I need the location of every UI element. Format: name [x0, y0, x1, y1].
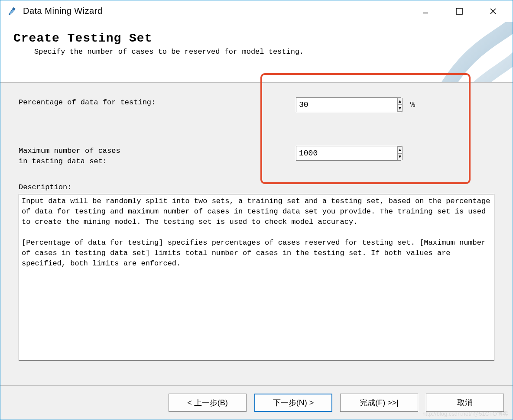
footer: < 上一步(B) 下一步(N) > 完成(F) >>| 取消 — [0, 386, 513, 420]
percentage-row: Percentage of data for testing: ▲ ▼ % — [19, 97, 494, 112]
maxcases-spin-buttons: ▲ ▼ — [397, 146, 403, 160]
percentage-input[interactable] — [296, 98, 397, 112]
page-subtitle: Specify the number of cases to be reserv… — [34, 48, 513, 56]
percentage-spinner[interactable]: ▲ ▼ — [296, 97, 401, 112]
percentage-control: ▲ ▼ % — [296, 97, 415, 112]
maximize-button[interactable] — [448, 3, 470, 20]
description-box[interactable]: Input data will be randomly split into t… — [19, 194, 494, 361]
finish-button[interactable]: 完成(F) >>| — [340, 394, 418, 412]
maxcases-label: Maximum number of cases in testing data … — [19, 146, 296, 167]
titlebar: Data Mining Wizard — [0, 0, 513, 22]
description-text-p2: [Percentage of data for testing] specifi… — [22, 238, 491, 269]
maxcases-control: ▲ ▼ — [296, 146, 401, 161]
annotation-highlight — [260, 73, 471, 184]
window-buttons — [415, 3, 509, 20]
svg-rect-2 — [456, 8, 462, 14]
close-button[interactable] — [482, 3, 504, 20]
description-text-p1: Input data will be randomly split into t… — [22, 196, 491, 227]
wizard-window: Data Mining Wizard Create Testing Set Sp… — [0, 0, 513, 420]
window-title: Data Mining Wizard — [23, 6, 103, 16]
percentage-spin-up[interactable]: ▲ — [397, 98, 403, 105]
app-icon — [6, 6, 17, 16]
minimize-button[interactable] — [415, 3, 436, 20]
page-title: Create Testing Set — [13, 32, 513, 45]
header-pane: Create Testing Set Specify the number of… — [0, 22, 513, 83]
content-pane: Percentage of data for testing: ▲ ▼ % Ma… — [0, 83, 513, 386]
percentage-spin-down[interactable]: ▼ — [397, 105, 403, 112]
maxcases-spin-down[interactable]: ▼ — [397, 153, 403, 160]
percentage-unit: % — [410, 100, 415, 109]
maxcases-spin-up[interactable]: ▲ — [397, 146, 403, 153]
percentage-spin-buttons: ▲ ▼ — [397, 98, 403, 112]
maxcases-row: Maximum number of cases in testing data … — [19, 146, 494, 167]
next-button[interactable]: 下一步(N) > — [254, 394, 332, 412]
back-button[interactable]: < 上一步(B) — [169, 394, 247, 412]
description-label: Description: — [19, 183, 494, 191]
percentage-label: Percentage of data for testing: — [19, 97, 296, 108]
maxcases-input[interactable] — [296, 146, 397, 160]
cancel-button[interactable]: 取消 — [426, 394, 504, 412]
wizard-body: Create Testing Set Specify the number of… — [0, 22, 513, 420]
maxcases-spinner[interactable]: ▲ ▼ — [296, 146, 401, 161]
